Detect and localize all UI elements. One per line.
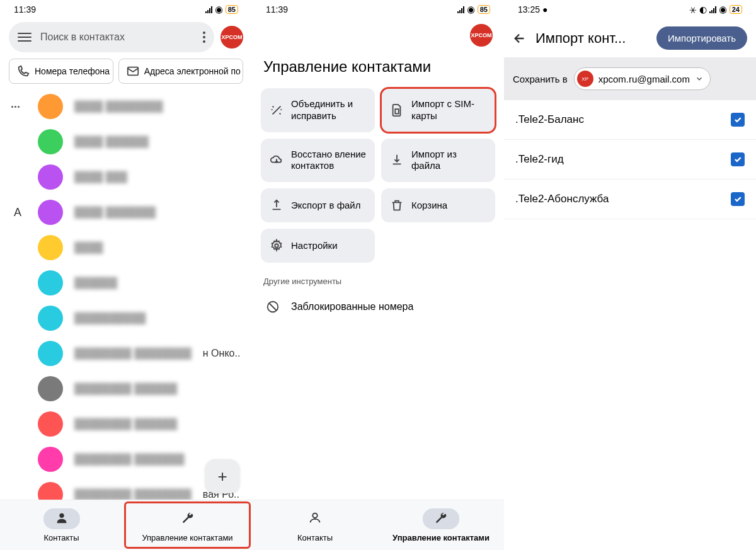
import-button[interactable]: Импортировать: [656, 26, 747, 50]
tile-import-sim[interactable]: Импорт с SIM-карты: [381, 88, 495, 132]
wifi-icon: ◉: [215, 4, 223, 15]
section-letter: А: [14, 206, 21, 219]
battery-icon: 24: [730, 5, 742, 14]
page-title: Импорт конт...: [536, 30, 648, 47]
list-item[interactable]: А████ ███████: [0, 195, 252, 230]
gear-icon: [270, 239, 284, 253]
account-selector[interactable]: XP xpcom.ru@gmail.com: [574, 67, 711, 90]
checkbox-checked[interactable]: [731, 113, 745, 127]
person-icon: [55, 511, 69, 525]
chip-phone-numbers[interactable]: Номера телефона: [9, 59, 113, 84]
bluetooth-icon: ⚹: [689, 4, 697, 15]
recent-icon: [11, 106, 20, 108]
svg-point-3: [275, 244, 278, 248]
tile-restore[interactable]: Восстано вление контактов: [261, 139, 375, 183]
list-item[interactable]: ██████████: [0, 301, 252, 336]
tile-merge-fix[interactable]: Объединить и исправить: [261, 88, 375, 132]
save-to-label: Сохранить в: [513, 74, 568, 84]
list-item[interactable]: ████ ███: [0, 159, 252, 195]
list-item[interactable]: .Tele2-Баланс: [504, 100, 756, 140]
signal-icon: [457, 6, 464, 13]
save-to-bar: Сохранить в XP xpcom.ru@gmail.com: [504, 57, 756, 100]
chip-email[interactable]: Адреса электронной по: [118, 59, 243, 84]
status-bar: 11:39 ◉ 85: [0, 0, 252, 19]
profile-avatar[interactable]: XPCOM: [220, 26, 243, 49]
email-icon: [126, 64, 140, 78]
add-contact-fab[interactable]: +: [205, 459, 239, 493]
screen-manage-contacts: 11:39 ◉ 85 XPCOM Управление контактами О…: [252, 0, 504, 550]
nav-contacts[interactable]: Контакты: [252, 500, 378, 550]
search-input[interactable]: Поиск в контактах: [9, 22, 214, 52]
list-item[interactable]: ████: [0, 230, 252, 265]
header: Импорт конт... Импортировать: [504, 19, 756, 57]
clock: 13:25 ●: [518, 4, 547, 14]
status-icons: ⚹ ◐ ◉ 24: [689, 4, 742, 15]
bottom-nav: Контакты Управление контактами: [0, 500, 252, 550]
status-bar: 13:25 ● ⚹ ◐ ◉ 24: [504, 0, 756, 19]
menu-icon[interactable]: [18, 33, 32, 42]
cloud-icon: [270, 153, 284, 167]
page-title: Управление контактами: [252, 49, 504, 88]
list-item[interactable]: ██████: [0, 265, 252, 301]
sim-icon: [390, 103, 404, 117]
svg-point-5: [312, 513, 317, 517]
list-item[interactable]: .Tele2-Абонслужба: [504, 180, 756, 219]
nav-manage[interactable]: Управление контактами: [378, 500, 504, 550]
list-item[interactable]: ████ ████████: [0, 89, 252, 124]
tile-import-file[interactable]: Импорт из файла: [381, 139, 495, 183]
signal-icon: [709, 6, 716, 13]
row-blocked-numbers[interactable]: Заблокированные номера: [252, 294, 504, 320]
list-item[interactable]: ████████ ██████: [0, 406, 252, 442]
clock: 11:39: [14, 4, 36, 14]
trash-icon: [390, 198, 404, 212]
status-icons: ◉ 85: [457, 4, 490, 15]
list-item[interactable]: .Tele2-гид: [504, 140, 756, 180]
clock: 11:39: [266, 4, 288, 14]
wifi-icon: ◉: [719, 4, 727, 15]
screen-contacts-list: 11:39 ◉ 85 Поиск в контактах XPCOM Номер…: [0, 0, 252, 550]
download-icon: [390, 153, 404, 167]
wrench-icon: [434, 511, 448, 525]
upload-icon: [270, 198, 284, 212]
list-item[interactable]: ████████ ██████: [0, 371, 252, 406]
wifi-icon: ◉: [467, 4, 475, 15]
contacts-list[interactable]: ████ ████████ ████ ██████ ████ ███ А████…: [0, 89, 252, 500]
list-item[interactable]: ████████ ████████н Онко..: [0, 336, 252, 371]
back-icon[interactable]: [513, 32, 527, 45]
vibrate-icon: ◐: [699, 4, 707, 14]
wrench-icon: [181, 511, 195, 525]
tile-settings[interactable]: Настройки: [261, 229, 375, 263]
chevron-down-icon: [695, 74, 704, 83]
search-placeholder: Поиск в контактах: [40, 32, 125, 43]
signal-icon: [205, 6, 212, 13]
profile-avatar[interactable]: XPCOM: [470, 24, 493, 47]
import-list: .Tele2-Баланс .Tele2-гид .Tele2-Абонслуж…: [504, 100, 756, 219]
tile-trash[interactable]: Корзина: [381, 188, 495, 222]
phone-icon: [16, 64, 30, 78]
screen-import-contacts: 13:25 ● ⚹ ◐ ◉ 24 Импорт конт... Импортир…: [504, 0, 756, 550]
checkbox-checked[interactable]: [731, 192, 745, 206]
svg-rect-2: [395, 109, 399, 113]
bottom-nav: Контакты Управление контактами: [252, 500, 504, 550]
nav-manage[interactable]: Управление контактами: [124, 501, 251, 549]
status-icons: ◉ 85: [205, 4, 238, 15]
svg-point-1: [59, 513, 64, 517]
account-avatar: XP: [577, 71, 593, 87]
status-bar: 11:39 ◉ 85: [252, 0, 504, 19]
person-icon: [308, 511, 322, 525]
block-icon: [266, 300, 280, 314]
wand-icon: [270, 103, 284, 117]
account-email: xpcom.ru@gmail.com: [598, 74, 690, 84]
battery-icon: 85: [478, 5, 490, 14]
more-icon[interactable]: [203, 32, 205, 43]
battery-icon: 85: [226, 5, 238, 14]
list-item[interactable]: ████ ██████: [0, 124, 252, 159]
section-other-tools: Другие инструменты: [252, 263, 504, 294]
tile-export-file[interactable]: Экспорт в файл: [261, 188, 375, 222]
checkbox-checked[interactable]: [731, 152, 745, 166]
nav-contacts[interactable]: Контакты: [0, 500, 123, 550]
